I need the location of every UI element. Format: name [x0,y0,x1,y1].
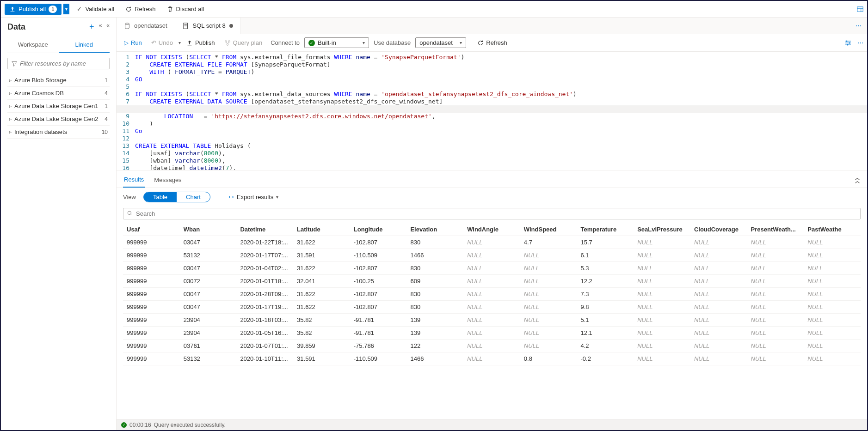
cell-value: 2020-01-28T09:... [236,288,293,301]
database-select[interactable]: opendataset ▾ [415,37,466,48]
chevron-down-icon[interactable]: ▾ [63,4,69,14]
layout-icon[interactable] [857,6,863,12]
svg-point-9 [227,43,228,45]
cell-value: 15.7 [577,236,634,249]
run-button[interactable]: ▷ Run [120,37,146,48]
column-header[interactable]: PastWeathe [804,223,861,236]
cell-value: 0.8 [520,352,577,365]
column-header[interactable]: PresentWeath... [747,223,804,236]
table-row[interactable]: 999999239042020-01-05T16:...35.82-91.781… [123,327,861,340]
cell-value: 5.1 [577,314,634,327]
settings-icon[interactable] [844,39,852,47]
table-row[interactable]: 999999030472020-01-28T09:...31.622-102.8… [123,288,861,301]
plus-icon[interactable]: + [89,22,94,32]
tab-workspace[interactable]: Workspace [7,37,59,53]
tab-linked[interactable]: Linked [59,37,110,53]
view-table-option[interactable]: Table [144,192,177,202]
filter-input[interactable] [20,60,105,67]
cell-value: 35.82 [293,327,350,340]
tree-item-count: 10 [102,129,108,135]
tab-opendataset[interactable]: opendataset [117,18,175,34]
cell-value: 139 [406,327,463,340]
cell-null: NULL [804,340,861,352]
column-header[interactable]: Longitude [350,223,407,236]
tree-item[interactable]: ▹Azure Cosmos DB4 [7,87,110,100]
cell-null: NULL [690,314,747,327]
validate-all-button[interactable]: ✓ Validate all [71,4,119,14]
table-row[interactable]: 999999030472020-01-22T18:...31.622-102.8… [123,236,861,249]
cell-null: NULL [463,236,520,249]
export-results-button[interactable]: ↦ Export results ▾ [229,194,278,200]
column-header[interactable]: Temperature [577,223,634,236]
cell-value: 999999 [123,352,180,365]
view-chart-option[interactable]: Chart [177,192,210,202]
cell-value: -102.807 [350,262,407,275]
tree-item[interactable]: ▹Integration datasets10 [7,126,110,139]
query-plan-button[interactable]: Query plan [221,37,266,48]
editor-refresh-button[interactable]: Refresh [474,37,511,48]
column-header[interactable]: SeaLvlPressure [634,223,690,236]
column-header[interactable]: WindSpeed [520,223,577,236]
cell-null: NULL [690,262,747,275]
cell-value: 2020-01-05T16:... [236,327,293,340]
table-row[interactable]: 999999030472020-01-17T19:...31.622-102.8… [123,301,861,314]
cell-null: NULL [690,288,747,301]
publish-icon [9,6,16,12]
column-header[interactable]: Wban [180,223,237,236]
results-grid[interactable]: UsafWbanDatetimeLatitudeLongitudeElevati… [123,223,861,419]
table-row[interactable]: 999999531322020-01-17T07:...31.591-110.5… [123,249,861,262]
table-row[interactable]: 999999030472020-01-04T02:...31.622-102.8… [123,262,861,275]
svg-point-10 [846,40,848,42]
search-icon [127,211,133,217]
column-header[interactable]: Latitude [293,223,350,236]
column-header[interactable]: WindAngle [463,223,520,236]
cell-null: NULL [463,327,520,340]
cell-value: 2020-01-17T19:... [236,301,293,314]
refresh-button[interactable]: Refresh [121,4,160,14]
collapse-results-icon[interactable] [854,177,861,184]
more-icon[interactable]: ⋯ [857,39,863,46]
table-row[interactable]: 999999030722020-01-01T18:...32.041-100.2… [123,275,861,288]
tab-sql-script[interactable]: SQL script 8 [175,18,241,34]
chevron-down-icon[interactable]: ▾ [179,40,181,45]
resource-tree: ▹Azure Blob Storage1▹Azure Cosmos DB4▹Az… [7,74,110,139]
table-row[interactable]: 999999531322020-01-10T11:...31.591-110.5… [123,352,861,365]
collapse-icon[interactable]: « [106,22,110,32]
results-search-input[interactable] [136,210,856,217]
column-header[interactable]: Elevation [406,223,463,236]
filter-box[interactable] [7,58,110,69]
tree-item[interactable]: ▹Azure Blob Storage1 [7,74,110,87]
column-header[interactable]: Usaf [123,223,180,236]
results-search[interactable] [123,208,861,219]
cell-value: 999999 [123,301,180,314]
discard-all-button[interactable]: Discard all [162,4,209,14]
tree-item[interactable]: ▹Azure Data Lake Storage Gen11 [7,100,110,113]
undo-button[interactable]: ↶ Undo [148,37,177,48]
connect-select[interactable]: ✓Built-in ▾ [304,37,369,48]
messages-tab[interactable]: Messages [153,174,182,187]
editor-toolbar: ▷ Run ↶ Undo ▾ Publish Query plan Connec… [117,34,867,52]
publish-button[interactable]: Publish [183,37,219,48]
view-label: View [123,194,136,200]
results-tab[interactable]: Results [123,173,145,188]
tree-item-count: 4 [105,116,108,122]
tree-item[interactable]: ▹Azure Data Lake Storage Gen24 [7,113,110,126]
view-toggle: Table Chart [143,192,210,202]
column-header[interactable]: Datetime [236,223,293,236]
publish-all-button[interactable]: Publish all 1 [5,4,62,15]
tab-overflow-button[interactable]: ⋯ [850,22,867,29]
cell-null: NULL [690,340,747,352]
double-chevron-icon[interactable]: « [99,22,102,32]
cell-value: 830 [406,288,463,301]
table-row[interactable]: 999999239042020-01-18T03:...35.82-91.781… [123,314,861,327]
cell-value: 31.591 [293,352,350,365]
svg-point-12 [847,44,849,45]
column-header[interactable]: CloudCoverage [690,223,747,236]
cell-value: 999999 [123,275,180,288]
svg-point-13 [128,211,131,214]
code-editor[interactable]: 12345678910111213141516 IF NOT EXISTS (S… [117,52,867,170]
cell-null: NULL [747,262,804,275]
table-row[interactable]: 999999037612020-01-07T01:...39.859-75.78… [123,340,861,352]
chevron-right-icon: ▹ [9,78,12,83]
cell-null: NULL [520,301,577,314]
